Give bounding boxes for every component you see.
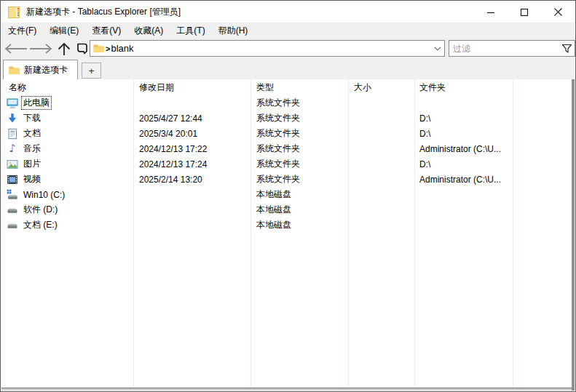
close-icon — [553, 7, 563, 17]
toolbar: + > blank — [1, 39, 575, 59]
file-name-cell[interactable]: 此电脑 — [1, 96, 134, 110]
back-arrow-icon — [3, 43, 28, 55]
file-type: 系统文件夹 — [251, 127, 349, 140]
file-name[interactable]: 文档 — [21, 127, 43, 140]
file-row[interactable]: 文档 (E:)本地磁盘 — [1, 217, 572, 233]
column-header-type[interactable]: 类型 — [251, 81, 349, 94]
forward-button[interactable] — [28, 43, 54, 55]
file-row[interactable]: Win10 (C:)本地磁盘 — [1, 187, 572, 202]
file-row[interactable]: 下载2025/4/27 12:44系统文件夹D:\ — [1, 111, 572, 126]
menu-favorites[interactable]: 收藏(A) — [127, 23, 170, 39]
tab-new-tab[interactable]: 新建选项卡 — [3, 60, 78, 79]
chevron-down-icon[interactable] — [434, 47, 441, 51]
file-folder: D:\ — [415, 159, 513, 169]
file-name-cell[interactable]: 软件 (D:) — [1, 203, 134, 217]
new-tab-button[interactable]: + — [82, 63, 101, 79]
file-name[interactable]: 软件 (D:) — [21, 203, 60, 217]
list-header: 名称 修改日期 类型 大小 文件夹 — [1, 79, 572, 95]
file-folder: Administrator (C:\U... — [415, 175, 513, 185]
this-pc-icon — [7, 97, 18, 109]
file-type: 系统文件夹 — [251, 112, 349, 124]
file-name-cell[interactable]: Win10 (C:) — [1, 189, 134, 201]
address-value: blank — [111, 43, 133, 54]
file-name-cell[interactable]: 图片 — [1, 157, 134, 171]
app-icon — [8, 7, 20, 18]
nav-buttons: + — [3, 39, 97, 59]
documents-icon — [7, 128, 18, 140]
minimize-icon — [486, 8, 495, 17]
pictures-icon — [7, 159, 18, 170]
file-row[interactable]: 文档2025/3/4 20:01系统文件夹D:\ — [1, 126, 572, 141]
tablacus-explorer-window: 新建选项卡 - Tablacus Explorer [管理员] 文件(F) 编辑… — [0, 0, 576, 392]
close-button[interactable] — [541, 1, 575, 23]
up-button[interactable] — [55, 42, 73, 56]
address-bar[interactable]: > blank — [90, 40, 445, 57]
music-icon: ♪ — [7, 143, 18, 155]
file-name[interactable]: 文档 (E:) — [21, 218, 60, 232]
file-folder: Administrator (C:\U... — [415, 144, 513, 154]
title-bar: 新建选项卡 - Tablacus Explorer [管理员] — [1, 1, 575, 23]
file-row[interactable]: 软件 (D:)本地磁盘 — [1, 202, 572, 217]
videos-icon — [7, 174, 18, 185]
file-name-cell[interactable]: 下载 — [1, 111, 134, 125]
file-date: 2025/2/14 13:20 — [134, 175, 251, 185]
file-name[interactable]: 音乐 — [21, 142, 43, 156]
file-name-cell[interactable]: 文档 — [1, 127, 134, 140]
file-type: 系统文件夹 — [251, 173, 349, 185]
tab-label: 新建选项卡 — [24, 64, 68, 76]
menu-bar: 文件(F) 编辑(E) 查看(V) 收藏(A) 工具(T) 帮助(H) — [1, 23, 575, 39]
downloads-icon — [7, 113, 18, 124]
column-header-name[interactable]: 名称 — [1, 81, 134, 94]
column-header-date[interactable]: 修改日期 — [134, 81, 251, 94]
file-type: 系统文件夹 — [251, 97, 349, 109]
file-row[interactable]: 图片2024/12/13 17:24系统文件夹D:\ — [1, 156, 572, 172]
file-name-cell[interactable]: ♪音乐 — [1, 142, 134, 156]
folder-icon — [93, 44, 104, 53]
menu-help[interactable]: 帮助(H) — [212, 23, 255, 39]
tab-page-icon — [75, 42, 89, 56]
file-name-cell[interactable]: 文档 (E:) — [1, 218, 134, 232]
window-edge-bottom — [1, 388, 572, 391]
minimize-button[interactable] — [474, 1, 508, 23]
file-name-cell[interactable]: 视频 — [1, 172, 134, 186]
menu-file[interactable]: 文件(F) — [1, 23, 43, 39]
file-list: 名称 修改日期 类型 大小 文件夹 此电脑系统文件夹下载2025/4/27 12… — [1, 79, 572, 388]
file-date: 2024/12/13 17:22 — [134, 144, 251, 154]
window-edge-right — [572, 79, 575, 391]
file-name[interactable]: 视频 — [21, 172, 43, 186]
file-row[interactable]: 此电脑系统文件夹 — [1, 95, 572, 111]
file-date: 2024/12/13 17:24 — [134, 159, 251, 169]
file-row[interactable]: 视频2025/2/14 13:20系统文件夹Administrator (C:\… — [1, 172, 572, 187]
file-date: 2025/4/27 12:44 — [134, 113, 251, 124]
file-type: 系统文件夹 — [251, 158, 349, 170]
tab-bar: 新建选项卡 + — [1, 59, 575, 79]
folder-icon — [9, 65, 20, 75]
file-folder: D:\ — [415, 113, 513, 124]
filter-funnel-icon — [561, 43, 572, 54]
drive-icon — [7, 220, 18, 231]
file-type: 本地磁盘 — [251, 188, 349, 201]
file-rows: 此电脑系统文件夹下载2025/4/27 12:44系统文件夹D:\文档2025/… — [1, 95, 572, 233]
file-date: 2025/3/4 20:01 — [134, 129, 251, 139]
file-name[interactable]: 图片 — [21, 157, 43, 171]
column-header-size[interactable]: 大小 — [349, 81, 415, 94]
filter-box — [449, 40, 575, 57]
file-type: 本地磁盘 — [251, 204, 349, 216]
back-button[interactable] — [3, 43, 28, 55]
column-header-folder[interactable]: 文件夹 — [415, 81, 513, 94]
maximize-icon — [520, 8, 529, 17]
menu-tools[interactable]: 工具(T) — [170, 23, 211, 39]
file-name[interactable]: Win10 (C:) — [21, 189, 67, 201]
up-arrow-icon — [55, 42, 73, 56]
breadcrumb-separator: > — [106, 44, 110, 53]
menu-view[interactable]: 查看(V) — [85, 23, 127, 39]
filter-input[interactable] — [449, 44, 560, 54]
menu-edit[interactable]: 编辑(E) — [43, 23, 85, 39]
maximize-button[interactable] — [508, 1, 541, 23]
file-name[interactable]: 下载 — [21, 111, 43, 125]
file-row[interactable]: ♪音乐2024/12/13 17:22系统文件夹Administrator (C… — [1, 141, 572, 156]
file-type: 系统文件夹 — [251, 143, 349, 155]
file-folder: D:\ — [415, 129, 513, 139]
file-name[interactable]: 此电脑 — [21, 96, 52, 110]
window-controls — [474, 1, 575, 23]
